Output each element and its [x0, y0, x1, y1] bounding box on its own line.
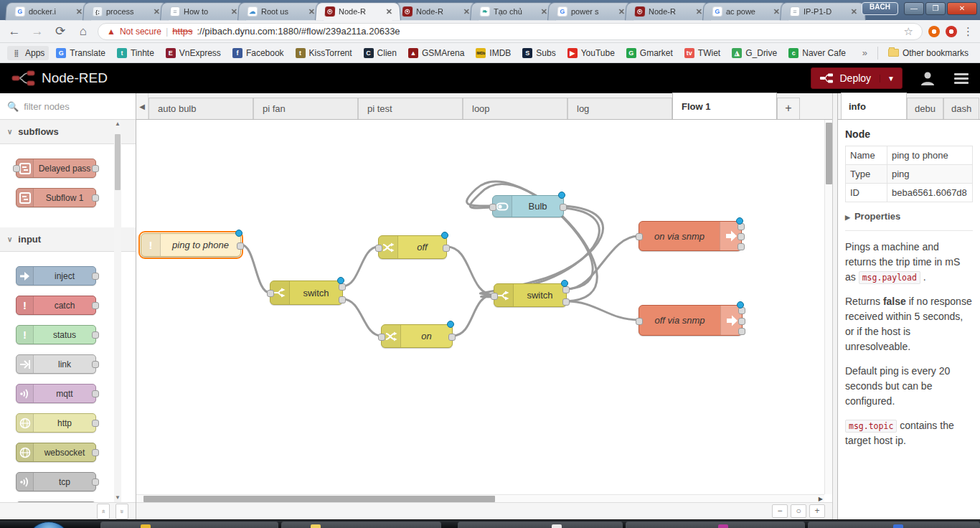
bookmark-gsmarena[interactable]: ▲GSMArena [404, 46, 468, 60]
tab-close-icon[interactable]: ✕ [849, 7, 859, 16]
collapse-all-button[interactable]: » [97, 504, 110, 519]
taskbar-button-folder[interactable] [281, 522, 441, 528]
output-port[interactable] [562, 298, 570, 306]
browser-tab-power-s[interactable]: G power s ✕ [547, 2, 633, 20]
input-port[interactable] [489, 204, 496, 211]
palette-node-mqtt[interactable]: mqtt [16, 384, 96, 403]
taskbar-button-doc[interactable] [458, 522, 623, 528]
browser-tab-ac-powe[interactable]: G ac powe ✕ [702, 2, 788, 20]
flow-node-ping-to-phone[interactable]: !ping to phone [141, 233, 241, 257]
palette-node-subflow-1[interactable]: Subflow 1 [16, 188, 96, 207]
bookmark-vnexpress[interactable]: EVnExpress [161, 46, 225, 60]
wire[interactable] [567, 301, 639, 320]
palette-node-status[interactable]: !status [16, 325, 96, 344]
output-port[interactable] [92, 390, 99, 397]
wire[interactable] [343, 299, 381, 336]
restore-button[interactable]: ❐ [925, 2, 946, 15]
flow-tab-pi-fan[interactable]: pi fan [253, 98, 358, 119]
bookmark-gmarket[interactable]: GGmarket [622, 46, 677, 60]
other-bookmarks-button[interactable]: Other bookmarks [884, 46, 973, 60]
browser-tab-process[interactable]: {; process ✕ [83, 2, 169, 20]
canvas-vertical-scrollbar[interactable] [824, 120, 832, 494]
profile-button[interactable]: BACH [862, 2, 898, 15]
expand-all-button[interactable]: » [116, 504, 128, 519]
bookmark-star-icon[interactable]: ☆ [904, 25, 913, 38]
palette-filter[interactable]: 🔍 filter nodes [0, 93, 136, 120]
input-port[interactable] [375, 245, 382, 252]
flow-node-on[interactable]: on [381, 324, 453, 348]
output-port[interactable] [92, 194, 99, 202]
properties-toggle[interactable]: ▶Properties [845, 211, 973, 222]
flow-canvas[interactable]: !ping to phoneswitchoffonBulbswitchon vi… [136, 120, 832, 502]
bookmark-imdb[interactable]: IMDbIMDB [471, 46, 515, 60]
palette-node-link[interactable]: link [16, 354, 96, 374]
input-port[interactable] [267, 290, 274, 297]
output-port[interactable] [738, 233, 745, 240]
zoom-reset-button[interactable]: ○ [791, 504, 806, 518]
output-port[interactable] [448, 334, 456, 341]
bookmark-translate[interactable]: GTranslate [52, 46, 110, 60]
flow-node-off[interactable]: off [378, 235, 447, 259]
vscroll-thumb[interactable] [826, 123, 832, 184]
wire[interactable] [241, 245, 270, 293]
hscroll-thumb[interactable] [143, 496, 495, 502]
home-icon[interactable]: ⌂ [75, 24, 92, 39]
flow-tab-pi-test[interactable]: pi test [358, 98, 463, 119]
sidebar-resize-gutter[interactable] [832, 93, 837, 519]
output-port[interactable] [92, 273, 99, 280]
flow-tab-loop[interactable]: loop [463, 98, 567, 119]
input-port[interactable] [636, 233, 643, 240]
bookmarks-overflow-icon[interactable]: » [858, 47, 872, 58]
browser-tab-t-o-ch-[interactable]: ❧ Tạo chủ ✕ [470, 2, 556, 20]
main-menu-icon[interactable] [954, 73, 969, 84]
bookmark-gdrive[interactable]: ◮G_Drive [727, 46, 781, 60]
sidebar-tab-debu[interactable]: debu [907, 98, 943, 119]
user-icon[interactable] [920, 70, 936, 86]
output-port[interactable] [443, 245, 450, 252]
browser-tab-node-r[interactable]: ⦿ Node-R ✕ [315, 2, 401, 20]
input-port[interactable] [491, 293, 498, 300]
wire[interactable] [343, 247, 378, 286]
reload-icon[interactable]: ⟳ [52, 24, 69, 39]
input-port[interactable] [13, 165, 20, 172]
palette-scrollbar[interactable]: ▲ ▼ [114, 120, 121, 502]
palette-node-inject[interactable]: inject [16, 266, 96, 286]
deploy-caret-icon[interactable]: ▼ [880, 75, 902, 82]
taskbar-button-media[interactable] [626, 522, 805, 528]
palette-node-websocket[interactable]: websocket [16, 443, 96, 462]
output-port[interactable] [562, 286, 570, 293]
flow-node-switch[interactable]: switch [494, 283, 567, 307]
flow-node-on-via-snmp[interactable]: on via snmp [639, 221, 742, 251]
scroll-right-icon[interactable]: ▶ [819, 495, 823, 502]
output-port[interactable] [738, 318, 745, 325]
zoom-in-button[interactable]: + [809, 504, 825, 518]
output-port[interactable] [92, 420, 99, 427]
forward-icon[interactable]: → [29, 24, 46, 39]
browser-tab-node-r[interactable]: ⦿ Node-R ✕ [625, 2, 711, 20]
palette-node-http[interactable]: http [16, 413, 96, 433]
extension-icon-orange[interactable] [928, 26, 940, 37]
add-flow-button[interactable]: + [777, 98, 800, 119]
not-secure-icon[interactable]: ▲ [107, 27, 116, 37]
address-bar[interactable]: ▲ Not secure | https ://pibach.dynu.com:… [98, 23, 923, 40]
bookmark-naver[interactable]: cNaver Cafe [784, 46, 850, 60]
flow-tab-log[interactable]: log [567, 98, 672, 119]
minimize-button[interactable]: — [904, 2, 924, 15]
output-port[interactable] [339, 296, 346, 303]
windows-taskbar[interactable] [0, 519, 980, 528]
scroll-tabs-left-button[interactable]: ◀ [136, 93, 149, 119]
flow-node-bulb[interactable]: Bulb [492, 195, 564, 217]
flow-tab-flow-1[interactable]: Flow 1 [672, 93, 777, 119]
input-port[interactable] [636, 318, 643, 325]
output-port[interactable] [738, 243, 745, 250]
flow-node-switch[interactable]: switch [270, 280, 343, 305]
palette-node-udp[interactable]: udp [16, 501, 96, 502]
sidebar-tab-info[interactable]: info [841, 93, 907, 119]
palette-node-tcp[interactable]: tcp [16, 472, 96, 491]
palette-scrollbar-thumb[interactable] [115, 134, 121, 190]
bookmark-subs[interactable]: SSubs [518, 46, 560, 60]
wire[interactable] [453, 295, 494, 336]
output-port[interactable] [92, 165, 99, 172]
bookmark-facebook[interactable]: fFacebook [228, 46, 288, 60]
extension-icon-red[interactable] [946, 26, 957, 37]
